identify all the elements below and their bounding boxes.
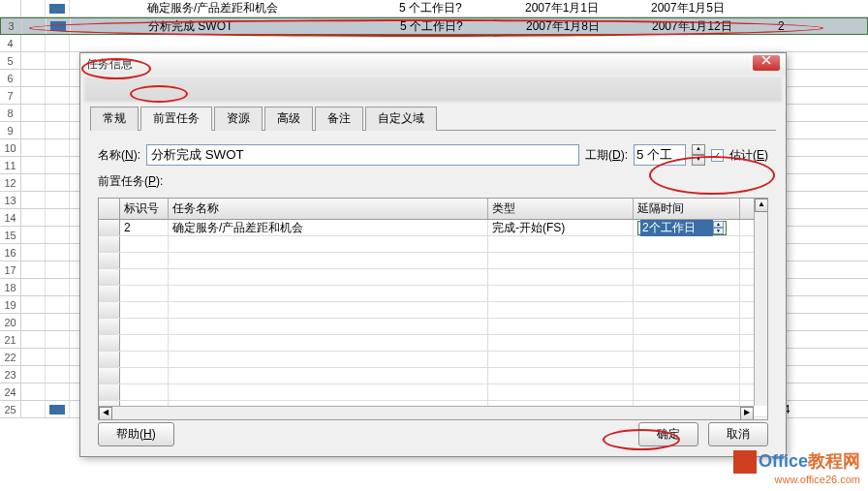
- task-mode-icon: [46, 349, 70, 365]
- grid-empty-row[interactable]: [99, 269, 767, 286]
- grid-empty-row[interactable]: [99, 302, 767, 319]
- task-name-cell[interactable]: 确定服务/产品差距和机会: [70, 0, 399, 16]
- cell-lag[interactable]: 2个工作日 ▲ ▼: [634, 220, 740, 235]
- name-input[interactable]: [146, 144, 579, 166]
- grid-empty-row[interactable]: [99, 352, 767, 368]
- task-name-cell[interactable]: 分析完成 SWOT: [71, 18, 400, 35]
- dialog-title-text: 任务信息: [86, 56, 133, 73]
- row-number[interactable]: [0, 0, 21, 16]
- task-mode-icon: [46, 314, 70, 330]
- scroll-right-icon[interactable]: ▶: [740, 407, 754, 420]
- help-button[interactable]: 帮助(H): [98, 422, 174, 446]
- sheet-row[interactable]: 3分析完成 SWOT5 个工作日?2007年1月8日2007年1月12日2: [0, 17, 868, 35]
- sheet-row[interactable]: 4: [0, 35, 868, 52]
- row-number[interactable]: 15: [0, 227, 21, 243]
- row-number[interactable]: 9: [0, 122, 21, 138]
- predecessor-cell[interactable]: 24: [777, 403, 854, 416]
- grid-data-row[interactable]: 2 确定服务/产品差距和机会 完成-开始(FS) 2个工作日 ▲ ▼: [99, 220, 767, 236]
- row-number[interactable]: 8: [0, 105, 21, 121]
- row-number[interactable]: 17: [0, 261, 21, 278]
- cell-name[interactable]: 确定服务/产品差距和机会: [169, 220, 488, 235]
- task-mode-icon: [46, 87, 70, 104]
- indicator-icon: [21, 401, 46, 417]
- grid-empty-row[interactable]: [99, 286, 767, 302]
- grid-empty-row[interactable]: [99, 335, 767, 352]
- predecessor-cell[interactable]: 2: [778, 19, 855, 33]
- ok-button[interactable]: 确定: [638, 422, 698, 446]
- scroll-up-icon[interactable]: ▲: [755, 199, 768, 212]
- row-number[interactable]: 7: [0, 87, 21, 104]
- cancel-button[interactable]: 取消: [708, 422, 768, 446]
- indicator-icon: [21, 192, 46, 208]
- row-number[interactable]: 4: [0, 35, 21, 51]
- tab-3[interactable]: 高级: [264, 107, 313, 131]
- tab-1[interactable]: 前置任务: [140, 107, 212, 131]
- close-button[interactable]: [753, 55, 780, 71]
- cell-id[interactable]: 2: [120, 220, 169, 235]
- sheet-row[interactable]: 确定服务/产品差距和机会5 个工作日?2007年1月1日2007年1月5日: [0, 0, 868, 17]
- grid-hscrollbar[interactable]: ◀ ▶: [99, 406, 754, 419]
- tab-2[interactable]: 资源: [214, 107, 263, 131]
- duration-input[interactable]: [634, 144, 686, 166]
- indicator-icon: [21, 349, 46, 365]
- row-number[interactable]: 22: [0, 349, 21, 365]
- row-number[interactable]: 25: [0, 401, 21, 417]
- predecessors-label: 前置任务(P):: [98, 173, 163, 190]
- col-header-type[interactable]: 类型: [488, 199, 634, 219]
- grid-empty-row[interactable]: [99, 253, 767, 269]
- finish-date-cell[interactable]: 2007年1月12日: [652, 18, 778, 35]
- cell-type[interactable]: 完成-开始(FS): [488, 220, 634, 235]
- row-number[interactable]: 11: [0, 157, 21, 173]
- row-number[interactable]: 24: [0, 384, 21, 400]
- col-header-lag[interactable]: 延隔时间: [634, 199, 740, 219]
- lag-input[interactable]: 2个工作日 ▲ ▼: [637, 221, 727, 235]
- task-mode-icon: [46, 227, 70, 243]
- row-number[interactable]: 6: [0, 70, 21, 86]
- grid-empty-row[interactable]: [99, 319, 767, 335]
- row-number[interactable]: 23: [0, 366, 21, 383]
- row-number[interactable]: 3: [1, 18, 22, 34]
- scroll-left-icon[interactable]: ◀: [99, 407, 112, 420]
- task-mode-icon: [46, 52, 70, 69]
- tab-4[interactable]: 备注: [315, 107, 363, 131]
- row-number[interactable]: 10: [0, 139, 21, 156]
- duration-cell[interactable]: 5 个工作日?: [399, 0, 525, 16]
- col-header-id[interactable]: 标识号: [120, 199, 169, 219]
- tab-0[interactable]: 常规: [90, 107, 139, 131]
- duration-spinner[interactable]: ▲ ▼: [692, 144, 705, 166]
- lag-spin-up-icon[interactable]: ▲: [713, 221, 724, 228]
- task-mode-icon: [46, 174, 70, 191]
- duration-cell[interactable]: 5 个工作日?: [400, 18, 526, 35]
- grid-empty-row[interactable]: [99, 384, 767, 401]
- row-number[interactable]: 19: [0, 296, 21, 313]
- row-number[interactable]: 12: [0, 174, 21, 191]
- row-number[interactable]: 5: [0, 52, 21, 69]
- row-number[interactable]: 18: [0, 279, 21, 295]
- col-header-name[interactable]: 任务名称: [169, 199, 488, 219]
- finish-date-cell[interactable]: 2007年1月5日: [651, 0, 777, 16]
- spin-up-icon[interactable]: ▲: [692, 144, 705, 155]
- task-mode-icon: [46, 192, 70, 208]
- grid-empty-row[interactable]: [99, 368, 767, 384]
- row-number[interactable]: 14: [0, 209, 21, 226]
- name-label: 名称(N):: [98, 147, 140, 164]
- row-number[interactable]: 13: [0, 192, 21, 208]
- row-number[interactable]: 21: [0, 331, 21, 348]
- indicator-icon: [21, 0, 46, 16]
- estimate-checkbox[interactable]: [711, 149, 724, 162]
- watermark-icon: [733, 450, 757, 474]
- predecessors-grid[interactable]: 标识号 任务名称 类型 延隔时间 2 确定服务/产品差距和机会 完成-开始(FS…: [98, 198, 768, 420]
- tab-5[interactable]: 自定义域: [365, 107, 437, 131]
- task-mode-icon: [46, 296, 70, 313]
- grid-empty-row[interactable]: [99, 236, 767, 253]
- row-number[interactable]: 16: [0, 244, 21, 261]
- row-number[interactable]: 20: [0, 314, 21, 330]
- indicator-icon: [21, 122, 46, 138]
- grid-vscrollbar[interactable]: ▲: [754, 199, 767, 406]
- lag-spin-down-icon[interactable]: ▼: [713, 228, 724, 234]
- start-date-cell[interactable]: 2007年1月8日: [526, 18, 652, 35]
- start-date-cell[interactable]: 2007年1月1日: [525, 0, 651, 16]
- dialog-titlebar[interactable]: 任务信息: [80, 53, 786, 75]
- spin-down-icon[interactable]: ▼: [692, 155, 705, 166]
- row-header[interactable]: [99, 220, 120, 235]
